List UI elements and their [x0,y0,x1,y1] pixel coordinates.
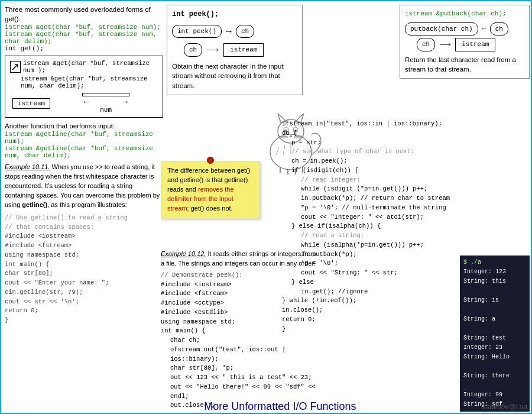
rc-p-str: p = str; [282,138,456,148]
term-line4: String: a [463,315,526,324]
rc-null-term: *p = '\0'; // null-terminate the string [282,203,456,213]
right-code-section: ifstream in("test", ios::in | ios::binar… [282,119,456,334]
rc-in-get: in.get(); //ignore [282,287,456,297]
rc-do: do { [282,129,456,138]
rc-putback2: in.putback(*p); [282,250,456,260]
peek-flow-diagram: int peek() → ch [172,24,297,38]
putback-code-top: istream &putback(char ch); [405,9,524,19]
rc-cout-int: cout << "Integer: " << atoi(str); [282,213,456,222]
cout1: cout << "Enter your name: "; [5,279,163,288]
intro-text: Three most commonly used overloaded form… [5,5,163,24]
code-get1: istream &get(char *buf, streamsize num); [5,24,163,31]
term-line1: Integer: 123 [463,267,526,277]
get-diagram: ↗ istream &get(char *buf, streamsize num… [5,56,163,118]
close-brace: } [5,316,163,325]
another-func-text: Another function that performs input: [5,121,163,131]
inc-fstream: #include <fstream> [5,241,163,251]
rc-final-brace: } [282,325,456,334]
istream-box: istream [12,98,50,109]
mid-charstr: char str[80], *p; [161,364,317,373]
rc-else-if: } else if(isalpha(ch)) { [282,222,456,231]
term-blank1 [463,286,526,296]
example11-code: // Use getline() to read a string // tha… [5,214,163,325]
example11-text2: , as this program illustrates: [47,201,127,208]
istream-box-mid: istream [223,43,264,57]
arrow1: → [224,24,233,38]
terminal-output: $ ./a Integer: 123 String: this String: … [460,255,530,412]
example12-title: Example 10.12. [161,250,206,257]
putback-row1: putback(char ch) ← ch [405,22,524,36]
putback-flow: putback(char ch) ← ch ch ⟶ istream [405,22,524,51]
rc-cout-str: cout << "String: " << str; [282,269,456,278]
peek-code-top: int peek(); [172,9,297,20]
page-title: More Unformatted I/O Functions [78,400,482,413]
peek-description: Obtain the next character in the input s… [172,62,297,91]
diagram-code1: istream &get(char *buf, streamsize num )… [23,60,158,74]
mid-ofstream: ofstream out("test", ios::out | ios::bin… [161,345,317,364]
ch-box-right: ch [490,22,508,36]
putback-description: Return the last character read from a st… [405,55,524,75]
term-line3: String: is [463,296,526,305]
diagram-code2: istream &get(char *buf, streamsize num, … [21,75,158,89]
rc-while-eof: } while (!in.eof()); [282,296,456,306]
author-label: vadimov@i.ua [482,403,527,411]
rc-ch-peek: ch = in.peek(); [282,157,456,166]
term-line5: String: test [463,334,526,343]
example-11-block: Example 10.11. When you use >> to read a… [5,163,163,210]
term-line7: String: Hello [463,352,526,362]
code-get2: istream &get(char *buf, streamsize num, … [5,31,163,45]
term-blank4 [463,362,526,371]
getline-bold: getline() [22,201,47,208]
example11-title: Example 10.11. [5,163,50,170]
peek-box: int peek() [172,25,222,38]
peek-flow-row2: ch ⟶ istream [184,43,297,57]
rc-while-isdigit: while (isdigit (*p=in.get())) p++; [282,185,456,194]
main-container: Three most commonly used overloaded form… [1,1,532,414]
ch-box2: ch [184,43,202,57]
mid-out1: out << 123 << " this is a test" << 23; [161,373,317,383]
rc-return0: return 0; [282,315,456,325]
sticky-note: The difference between get() and getline… [161,161,260,219]
term-blank3 [463,324,526,334]
char-str: char str[80]; [5,269,163,279]
num-label: num [100,106,112,114]
term-blank5 [463,381,526,390]
using-ns: using namespace std; [5,251,163,260]
comment1: // Use getline() to read a string [5,214,163,223]
rc-comment-read-str: // read a string: [282,231,456,241]
code-get3: int get(); [5,45,163,52]
peek-section: int peek(); int peek() → ch ch ⟶ istream… [167,5,303,95]
ch-box-right2: ch [417,38,435,51]
term-line8: String: there [463,371,526,381]
term-blank2 [463,305,526,315]
putback-box: putback(char ch) [405,22,478,36]
rc-if-isdigit: if (isdigit(ch)) { [282,166,456,176]
rc-else: } else [282,278,456,287]
term-prompt: $ ./a [463,258,526,267]
mid-out2: out << "Hello there!" << 99 << "sdf" << … [161,383,317,402]
rc-comment-see: // see what type of char is next: [282,147,456,157]
rc-null-term2: *p = '\0'; [282,259,456,269]
getline2: istream &getline(char *buf, streamsize n… [5,145,163,159]
term-line9: Integer: 99 [463,390,526,400]
left-column: Three most commonly used overloaded form… [5,5,163,325]
getline1: istream &getline(char *buf, streamsize n… [5,131,163,145]
svg-line-16 [276,147,279,155]
term-line6: Integer: 23 [463,343,526,352]
cout2: cout << str << '\n'; [5,297,163,307]
istream-box-right: istream [455,38,495,51]
footer: More Unformatted I/O Functions vadimov@i… [1,400,532,413]
rc-in-close: in.close(); [282,306,456,315]
return0: return 0; [5,306,163,316]
mid-ch: char ch; [161,336,317,345]
rc-while-alpha: while (isalpha(*p=in.get())) p++; [282,241,456,250]
rc-comment-read-int: // read integer: [282,176,456,185]
comment2: // that contains spaces: [5,223,163,232]
putback-row2: ch ⟶ istream [417,38,524,51]
cin-getline: cin.getline(str, 79); [5,288,163,297]
putback-section: istream &putback(char ch); putback(char … [400,5,530,79]
main-open: int main() { [5,260,163,270]
arrow2: ⟶ [207,44,219,56]
rc-ifstream: ifstream in("test", ios::in | ios::binar… [282,119,456,129]
rc-putback: in.putback(*p); // return char to stream [282,194,456,203]
